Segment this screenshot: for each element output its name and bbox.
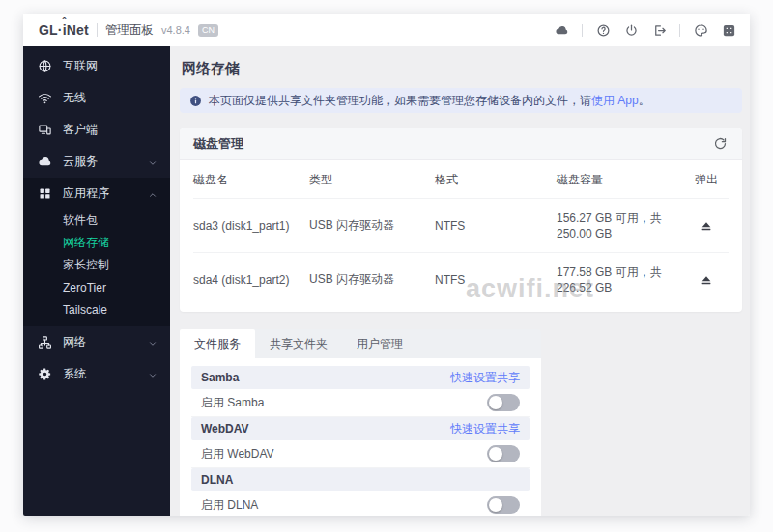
palette-icon[interactable] (693, 22, 708, 38)
disk-capacity: 177.58 GB 可用，共 226.52 GB (557, 265, 684, 294)
top-bar: GL·iNet 管理面板 v4.8.4 CN (23, 14, 750, 46)
page-title: 网络存储 (182, 60, 742, 78)
dlna-toggle[interactable] (487, 496, 520, 514)
gear-icon (38, 367, 52, 381)
tab-user-management[interactable]: 用户管理 (342, 329, 417, 358)
sidebar-subitem-network-storage[interactable]: 网络存储 (23, 232, 170, 254)
sidebar-subitem-packages[interactable]: 软件包 (23, 210, 170, 232)
table-row: sda3 (disk1_part1) USB 闪存驱动器 NTFS 156.27… (193, 198, 729, 252)
sidebar-item-label: 系统 (63, 366, 148, 382)
tab-bar: 文件服务 共享文件夹 用户管理 (180, 329, 541, 358)
info-icon (189, 95, 202, 107)
sidebar-item-label: 云服务 (63, 154, 148, 170)
samba-toggle[interactable] (487, 394, 520, 411)
disk-type: USB 闪存驱动器 (309, 271, 435, 288)
col-capacity: 磁盘容量 (557, 172, 684, 188)
brand-logo: GL·iNet (39, 22, 89, 38)
use-app-link[interactable]: 使用 App (591, 94, 639, 107)
help-icon[interactable] (595, 22, 611, 38)
brand-area: GL·iNet 管理面板 v4.8.4 CN (39, 22, 218, 39)
col-disk-name: 磁盘名 (193, 172, 309, 188)
network-icon (38, 335, 52, 350)
disk-table-header: 磁盘名 类型 格式 磁盘容量 弹出 (193, 160, 729, 198)
disk-name: sda4 (disk1_part2) (193, 273, 309, 287)
cloud-icon[interactable] (554, 22, 569, 38)
dlna-section-header: DLNA (191, 468, 530, 491)
chevron-up-icon (148, 189, 157, 199)
sidebar-item-label: 网络 (63, 334, 148, 350)
banner-text: 本页面仅提供共享文件夹管理功能，如果需要管理您存储设备内的文件，请使用 App。 (209, 93, 650, 109)
apps-grid-icon (38, 186, 52, 201)
tab-file-services[interactable]: 文件服务 (180, 329, 255, 358)
disk-card-header: 磁盘管理 (180, 128, 742, 160)
qr-code-icon[interactable] (721, 22, 736, 38)
dlna-title: DLNA (201, 473, 233, 487)
clients-icon (38, 123, 52, 137)
sidebar-subitem-label: ZeroTier (63, 281, 106, 294)
disk-format: NTFS (435, 273, 557, 287)
sidebar-item-cloud-services[interactable]: 云服务 (23, 146, 170, 178)
disk-type: USB 闪存驱动器 (309, 217, 435, 234)
divider (582, 24, 583, 37)
eject-icon[interactable] (684, 273, 729, 287)
samba-toggle-label: 启用 Samba (201, 395, 264, 411)
sidebar-subitem-tailscale[interactable]: Tailscale (23, 298, 170, 321)
topbar-actions (554, 22, 736, 38)
disk-table: 磁盘名 类型 格式 磁盘容量 弹出 sda3 (disk1_part1) USB… (180, 160, 742, 312)
disk-name: sda3 (disk1_part1) (193, 219, 309, 233)
tab-content: Samba 快速设置共享 启用 Samba WebDAV 快速设置共享 启 (180, 358, 541, 516)
sidebar-subitem-label: Tailscale (63, 303, 107, 317)
webdav-toggle-label: 启用 WebDAV (201, 446, 274, 462)
sidebar-subitem-zerotier[interactable]: ZeroTier (23, 276, 170, 298)
sidebar-item-system[interactable]: 系统 (23, 358, 170, 390)
sidebar-subitem-parental-control[interactable]: 家长控制 (23, 254, 170, 276)
sidebar-item-applications[interactable]: 应用程序 (23, 178, 170, 210)
samba-title: Samba (201, 371, 239, 384)
webdav-quick-setup-link[interactable]: 快速设置共享 (450, 421, 520, 437)
tab-shared-folders[interactable]: 共享文件夹 (255, 329, 342, 358)
sidebar-item-label: 互联网 (63, 58, 157, 74)
power-icon[interactable] (623, 22, 639, 38)
app-window: GL·iNet 管理面板 v4.8.4 CN (23, 14, 750, 516)
col-format: 格式 (435, 172, 557, 188)
sidebar-item-network[interactable]: 网络 (23, 326, 170, 358)
col-type: 类型 (309, 172, 435, 188)
sidebar-item-internet[interactable]: 互联网 (23, 50, 170, 82)
chevron-down-icon (148, 157, 157, 167)
info-banner: 本页面仅提供共享文件夹管理功能，如果需要管理您存储设备内的文件，请使用 App。 (180, 88, 742, 113)
language-badge: CN (198, 24, 218, 37)
file-services-card: 文件服务 共享文件夹 用户管理 Samba 快速设置共享 启用 Samba (180, 329, 541, 516)
refresh-icon[interactable] (713, 136, 729, 152)
sidebar-subitem-label: 软件包 (63, 212, 98, 229)
banner-text-before: 本页面仅提供共享文件夹管理功能，如果需要管理您存储设备内的文件，请 (209, 94, 591, 107)
applications-group: 应用程序 软件包 网络存储 家长控制 Zero (23, 178, 170, 326)
app-title: 管理面板 (105, 22, 154, 39)
samba-section-header: Samba 快速设置共享 (191, 366, 530, 389)
cloud-icon (38, 154, 52, 169)
sidebar-item-wireless[interactable]: 无线 (23, 82, 170, 114)
sidebar-subitem-label: 网络存储 (63, 235, 109, 251)
sidebar-subitem-label: 家长控制 (63, 257, 109, 273)
sidebar-item-label: 无线 (63, 90, 157, 106)
samba-toggle-row: 启用 Samba (191, 389, 530, 417)
col-eject: 弹出 (684, 172, 729, 188)
sidebar: 互联网 无线 客户端 (23, 46, 170, 516)
webdav-toggle[interactable] (487, 445, 520, 462)
webdav-title: WebDAV (201, 422, 249, 435)
disk-management-card: 磁盘管理 磁盘名 类型 格式 磁盘容量 弹出 (180, 128, 742, 312)
webdav-section-header: WebDAV 快速设置共享 (191, 417, 530, 440)
globe-icon (38, 59, 52, 73)
disk-card-title: 磁盘管理 (193, 135, 243, 153)
version-label: v4.8.4 (161, 24, 190, 36)
app-body: 互联网 无线 客户端 (23, 46, 750, 516)
chevron-down-icon (148, 338, 157, 348)
logout-icon[interactable] (651, 22, 667, 38)
dlna-toggle-row: 启用 DLNA (191, 491, 530, 516)
divider (679, 24, 680, 37)
table-row: sda4 (disk1_part2) USB 闪存驱动器 NTFS 177.58… (193, 252, 729, 306)
banner-text-after: 。 (639, 94, 650, 107)
sidebar-item-clients[interactable]: 客户端 (23, 114, 170, 146)
eject-icon[interactable] (684, 219, 729, 233)
samba-quick-setup-link[interactable]: 快速设置共享 (450, 370, 520, 386)
wifi-icon (38, 91, 52, 105)
